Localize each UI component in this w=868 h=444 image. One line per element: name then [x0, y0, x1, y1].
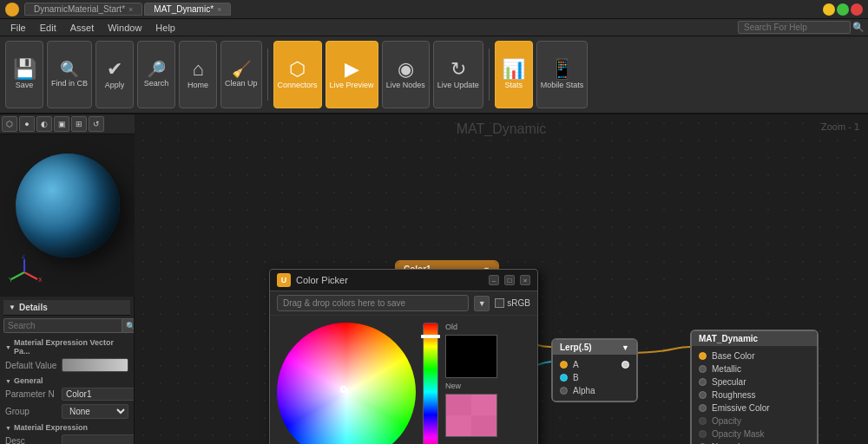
connections-svg	[135, 114, 395, 245]
toolbar: 💾 Save 🔍 Find in CB ✔ Apply 🔎 Search ⌂ H…	[0, 36, 868, 114]
lerp-node[interactable]: Lerp(.5) ▼ A B Alpha	[551, 338, 638, 402]
live-update-button[interactable]: ↻ Live Update	[433, 41, 483, 108]
apply-button[interactable]: ✔ Apply	[95, 41, 134, 108]
new-label: New	[445, 382, 497, 390]
mat-dynamic-header: MAT_Dynamic	[692, 331, 817, 346]
prev-option2-btn[interactable]: ↺	[89, 116, 104, 132]
mat-basecolor-row: Base Color	[692, 349, 817, 362]
left-panel: ⬡ ● ◐ ▣ ⊞ ↺ X Y Z ▼ Details	[0, 114, 135, 444]
lerp-alpha-row: Alpha	[553, 384, 636, 397]
mat-specular-pin[interactable]	[699, 378, 707, 386]
details-search-button[interactable]: 🔍	[122, 318, 134, 333]
hue-strip[interactable]	[423, 323, 438, 444]
default-value-swatch[interactable]	[62, 358, 128, 372]
mat-dynamic-node[interactable]: MAT_Dynamic Base Color Metallic Specular	[690, 330, 819, 444]
mat-metallic-row: Metallic	[692, 362, 817, 375]
old-color-swatch[interactable]	[445, 335, 497, 378]
mat-opacity-pin	[699, 417, 707, 425]
mobile-stats-icon: 📱	[550, 60, 574, 79]
live-nodes-button[interactable]: ◉ Live Nodes	[382, 41, 430, 108]
mat-metallic-pin[interactable]	[699, 365, 707, 373]
connectors-button[interactable]: ⬡ Connectors	[273, 41, 322, 108]
close-tab-active-icon[interactable]: ×	[217, 5, 221, 14]
app-icon	[5, 3, 19, 16]
prev-option1-btn[interactable]: ⊞	[71, 116, 87, 132]
prev-shape-btn[interactable]: ⬡	[2, 116, 17, 132]
save-button[interactable]: 💾 Save	[5, 41, 43, 108]
prev-bg-btn[interactable]: ▣	[54, 116, 69, 132]
mat-specular-row: Specular	[692, 375, 817, 388]
live-preview-button[interactable]: ▶ Live Preview	[326, 41, 378, 108]
canvas-title: MAT_Dynamic	[457, 121, 547, 137]
cp-dropdown-button[interactable]: ▼	[474, 296, 490, 311]
menubar: File Edit Asset Window Help 🔍	[0, 19, 868, 36]
titlebar: DynamicMaterial_Start* × MAT_Dynamic* ×	[0, 0, 868, 19]
cp-dnd-area[interactable]: Drag & drop colors here to save	[277, 295, 469, 311]
mat-basecolor-pin[interactable]	[699, 352, 707, 360]
main-area: ⬡ ● ◐ ▣ ⊞ ↺ X Y Z ▼ Details	[0, 114, 868, 444]
cp-main: Old New 💧 ✏	[270, 316, 537, 444]
search-input[interactable]	[738, 21, 851, 34]
hue-cursor	[421, 335, 440, 338]
prev-light-btn[interactable]: ◐	[36, 116, 52, 132]
desc-row: Desc	[3, 433, 130, 444]
home-button[interactable]: ⌂ Home	[179, 41, 217, 108]
svg-text:Y: Y	[9, 277, 13, 283]
details-search-input[interactable]	[3, 318, 122, 333]
menu-help[interactable]: Help	[148, 21, 182, 35]
search-button[interactable]: 🔎 Search	[137, 41, 175, 108]
group-select[interactable]: None	[62, 404, 128, 419]
material-expression-vector-section: ▼ Material Expression Vector Pa...	[3, 336, 130, 356]
svg-text:Z: Z	[22, 255, 26, 259]
lerp-header: Lerp(.5) ▼	[553, 340, 636, 355]
cp-minimize-button[interactable]: –	[489, 275, 499, 285]
search-row: 🔍	[3, 318, 130, 333]
details-panel: ▼ Details 🔍 ▼ Material Expression Vector…	[0, 297, 134, 444]
svg-line-0	[24, 272, 37, 279]
cp-srgb-toggle[interactable]: sRGB	[495, 298, 530, 308]
menu-edit[interactable]: Edit	[33, 21, 63, 35]
details-header[interactable]: ▼ Details	[3, 300, 130, 316]
cp-logo: U	[277, 273, 291, 287]
svg-text:X: X	[38, 277, 42, 283]
close-tab-icon[interactable]: ×	[128, 5, 133, 14]
menu-asset[interactable]: Asset	[63, 21, 102, 35]
maximize-button[interactable]	[837, 3, 849, 16]
live-preview-icon: ▶	[345, 60, 359, 79]
apply-icon: ✔	[107, 60, 122, 79]
lerp-a-pin[interactable]	[560, 361, 568, 369]
cp-maximize-button[interactable]: □	[504, 275, 515, 285]
cp-close-button[interactable]: ×	[520, 275, 530, 285]
lerp-out-pin[interactable]	[621, 361, 629, 369]
lerp-b-pin[interactable]	[560, 374, 568, 382]
color-wheel[interactable]	[277, 323, 416, 444]
close-button[interactable]	[851, 3, 863, 16]
cp-toolbar: Drag & drop colors here to save ▼ sRGB	[270, 291, 537, 316]
parameter-n-input[interactable]	[62, 388, 134, 401]
color-wheel-container	[277, 323, 416, 444]
preview-toolbar: ⬡ ● ◐ ▣ ⊞ ↺	[0, 114, 135, 134]
preview-sphere	[16, 153, 120, 258]
mat-expr-collapse-icon: ▼	[5, 425, 11, 431]
canvas-area[interactable]: MAT_Dynamic Zoom - 1 Color1 ▼ Param(0000…	[135, 114, 868, 444]
live-update-icon: ↻	[450, 60, 466, 79]
mat-roughness-pin[interactable]	[699, 391, 707, 399]
tab-matdynamic[interactable]: MAT_Dynamic* ×	[144, 3, 231, 16]
new-color-swatch[interactable]	[445, 394, 497, 437]
prev-material-btn[interactable]: ●	[19, 116, 35, 132]
stats-button[interactable]: 📊 Stats	[495, 41, 533, 108]
desc-input[interactable]	[62, 434, 134, 444]
menu-file[interactable]: File	[3, 21, 33, 35]
mat-emissive-pin[interactable]	[699, 404, 707, 412]
cp-srgb-checkbox[interactable]	[495, 298, 504, 308]
mobile-stats-button[interactable]: 📱 Mobile Stats	[536, 41, 589, 108]
tab-dynamicmaterial[interactable]: DynamicMaterial_Start* ×	[24, 3, 142, 16]
lerp-alpha-pin[interactable]	[560, 387, 568, 395]
lerp-a-row: A	[553, 358, 636, 371]
find-in-cb-button[interactable]: 🔍 Find in CB	[47, 41, 92, 108]
menu-window[interactable]: Window	[101, 21, 148, 35]
minimize-button[interactable]	[823, 3, 835, 16]
cleanup-button[interactable]: 🧹 Clean Up	[220, 41, 262, 108]
search-icon: 🔍	[852, 22, 865, 33]
toolbar-separator-1	[267, 49, 268, 101]
